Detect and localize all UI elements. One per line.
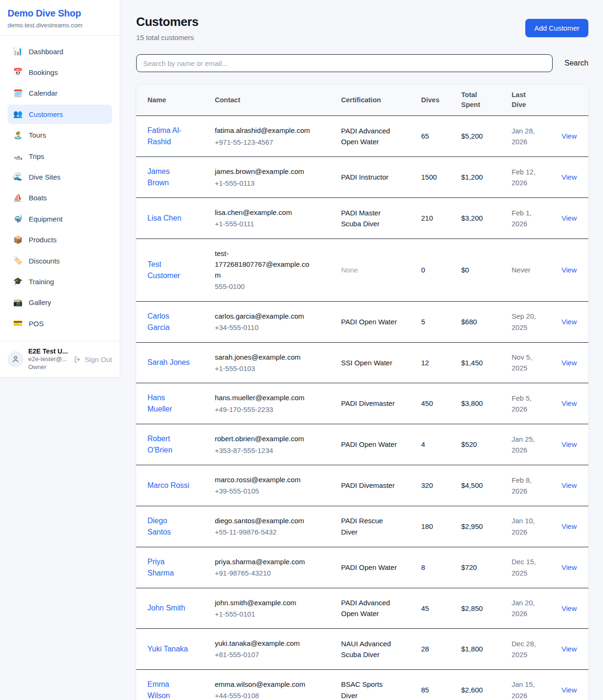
customer-certification: PADI Master Scuba Diver bbox=[341, 207, 398, 230]
customer-email: robert.obrien@example.com bbox=[215, 433, 315, 444]
customer-certification: PADI Open Water bbox=[341, 439, 397, 450]
sidebar-item-gallery[interactable]: 📸 Gallery bbox=[8, 293, 112, 312]
customer-row: Marco Rossi marco.rossi@example.com +39-… bbox=[136, 465, 588, 506]
customer-last-dive: Dec 15, 2025 bbox=[512, 556, 540, 578]
user-icon bbox=[11, 355, 20, 363]
view-link[interactable]: View bbox=[562, 132, 577, 140]
customer-certification: PADI Divemaster bbox=[341, 480, 395, 491]
customer-total-spent: $720 bbox=[456, 547, 506, 588]
customer-name-link[interactable]: John Smith bbox=[147, 602, 185, 614]
column-header-name: Name bbox=[136, 84, 209, 116]
view-link[interactable]: View bbox=[562, 563, 577, 571]
customer-email: emma.wilson@example.com bbox=[215, 679, 315, 690]
customer-phone: +1-555-0103 bbox=[215, 363, 330, 374]
view-link[interactable]: View bbox=[562, 214, 577, 222]
customer-total-spent: $3,200 bbox=[456, 198, 506, 239]
customer-email: carlos.garcia@example.com bbox=[215, 311, 315, 321]
view-link[interactable]: View bbox=[562, 481, 577, 489]
customer-row: Emma Wilson emma.wilson@example.com +44-… bbox=[136, 669, 588, 700]
customer-phone: +1-555-0101 bbox=[215, 609, 330, 619]
customer-name-link[interactable]: Robert O'Brien bbox=[147, 433, 190, 456]
sidebar-item-dive-sites[interactable]: 🌊 Dive Sites bbox=[8, 167, 112, 186]
customer-phone: +55-11-99876-5432 bbox=[215, 527, 330, 537]
customer-name-link[interactable]: Test Customer bbox=[147, 259, 190, 281]
customer-row: Carlos Garcia carlos.garcia@example.com … bbox=[136, 301, 588, 342]
sidebar-item-equipment[interactable]: 🤿 Equipment bbox=[8, 209, 112, 228]
search-input[interactable] bbox=[136, 54, 553, 72]
customer-last-dive: Dec 28, 2025 bbox=[512, 638, 540, 660]
dashboard-icon: 📊 bbox=[13, 46, 23, 57]
customer-phone: +353-87-555-1234 bbox=[215, 445, 330, 456]
column-header-certification: Certification bbox=[335, 84, 416, 116]
add-customer-button[interactable]: Add Customer bbox=[525, 19, 588, 37]
customer-certification: PADI Advanced Open Water bbox=[341, 125, 398, 148]
customer-email: test-1772681807767@example.com bbox=[215, 248, 315, 281]
sidebar: Demo Dive Shop demo.test.divestreams.com… bbox=[0, 0, 120, 378]
view-link[interactable]: View bbox=[562, 173, 577, 181]
bookings-icon: 📅 bbox=[13, 67, 23, 77]
sidebar-item-customers[interactable]: 👥 Customers bbox=[8, 105, 112, 124]
customer-dives: 4 bbox=[416, 424, 456, 465]
customer-dives: 8 bbox=[416, 547, 456, 588]
equipment-icon: 🤿 bbox=[13, 214, 23, 224]
customer-name-link[interactable]: Marco Rossi bbox=[147, 480, 189, 491]
customer-phone: 555-0100 bbox=[215, 281, 330, 292]
brand-name: Demo Dive Shop bbox=[8, 8, 112, 19]
sign-out-button[interactable]: Sign Out bbox=[73, 355, 112, 363]
customer-last-dive: Feb 12, 2026 bbox=[512, 166, 540, 189]
customer-name-link[interactable]: Priya Sharma bbox=[147, 556, 190, 579]
customer-row: James Brown james.brown@example.com +1-5… bbox=[136, 157, 588, 198]
customer-certification: None bbox=[341, 264, 358, 275]
sidebar-item-label: Dashboard bbox=[29, 47, 63, 57]
sidebar-item-pos[interactable]: 💳 POS bbox=[8, 314, 112, 333]
sidebar-item-products[interactable]: 📦 Products bbox=[8, 231, 112, 249]
customer-name-link[interactable]: Yuki Tanaka bbox=[147, 643, 188, 655]
search-button[interactable]: Search bbox=[564, 59, 588, 67]
customer-name-link[interactable]: Hans Mueller bbox=[147, 392, 190, 415]
sidebar-item-label: Bookings bbox=[29, 67, 58, 77]
customer-name-link[interactable]: James Brown bbox=[147, 166, 190, 189]
customer-name-link[interactable]: Lisa Chen bbox=[147, 213, 181, 224]
customer-count: 15 total customers bbox=[136, 33, 198, 41]
view-link[interactable]: View bbox=[562, 359, 577, 367]
customer-phone: +34-555-0110 bbox=[215, 322, 330, 333]
customer-name-link[interactable]: Sarah Jones bbox=[147, 357, 190, 368]
customer-last-dive: Feb 5, 2026 bbox=[512, 393, 540, 415]
user-role: Owner bbox=[28, 363, 68, 371]
customer-dives: 180 bbox=[416, 506, 456, 547]
sidebar-item-discounts[interactable]: 🏷️ Discounts bbox=[8, 251, 112, 270]
view-link[interactable]: View bbox=[562, 399, 577, 407]
view-link[interactable]: View bbox=[562, 266, 577, 274]
sidebar-item-dashboard[interactable]: 📊 Dashboard bbox=[8, 42, 112, 61]
customer-row: Yuki Tanaka yuki.tanaka@example.com +81-… bbox=[136, 629, 588, 670]
view-link[interactable]: View bbox=[562, 522, 577, 530]
customer-last-dive: Jan 25, 2026 bbox=[512, 434, 540, 456]
customer-certification: PADI Open Water bbox=[341, 316, 397, 327]
customer-dives: 85 bbox=[416, 669, 456, 700]
user-name: E2E Test U... bbox=[28, 347, 68, 355]
sidebar-item-bookings[interactable]: 📅 Bookings bbox=[8, 63, 112, 82]
customer-name-link[interactable]: Carlos Garcia bbox=[147, 311, 190, 333]
sidebar-item-boats[interactable]: ⛵ Boats bbox=[8, 189, 112, 207]
sidebar-item-label: Discounts bbox=[29, 256, 60, 266]
customer-name-link[interactable]: Fatima Al-Rashid bbox=[147, 125, 190, 148]
sidebar-item-trips[interactable]: 🛥️ Trips bbox=[8, 147, 112, 165]
customer-name-link[interactable]: Diego Santos bbox=[147, 515, 190, 538]
view-link[interactable]: View bbox=[562, 440, 577, 448]
boats-icon: ⛵ bbox=[13, 193, 23, 203]
sidebar-item-training[interactable]: 🎓 Training bbox=[8, 272, 112, 291]
column-header-dives: Dives bbox=[416, 84, 456, 116]
tours-icon: 🏝️ bbox=[13, 130, 23, 140]
view-link[interactable]: View bbox=[562, 318, 577, 326]
sidebar-item-tours[interactable]: 🏝️ Tours bbox=[8, 126, 112, 145]
customer-name-link[interactable]: Emma Wilson bbox=[147, 679, 190, 700]
view-link[interactable]: View bbox=[562, 645, 577, 653]
view-link[interactable]: View bbox=[562, 604, 577, 612]
customer-dives: 1500 bbox=[416, 157, 456, 198]
customer-last-dive: Sep 20, 2025 bbox=[512, 311, 540, 333]
customer-last-dive: Never bbox=[512, 264, 530, 275]
customer-row: Hans Mueller hans.mueller@example.com +4… bbox=[136, 383, 588, 424]
view-link[interactable]: View bbox=[562, 686, 577, 694]
sidebar-item-calendar[interactable]: 🗓️ Calendar bbox=[8, 84, 112, 103]
sidebar-item-label: Calendar bbox=[29, 88, 57, 98]
